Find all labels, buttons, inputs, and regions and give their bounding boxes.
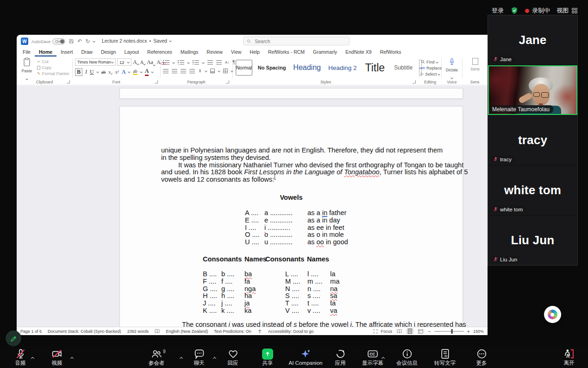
tab-endnote[interactable]: EndNote X9 [341, 49, 376, 57]
tab-grammarly[interactable]: Grammarly [309, 49, 341, 57]
select-button[interactable]: ▷ Select [421, 71, 442, 77]
style-no-spacing[interactable]: No Spacing [258, 65, 286, 70]
align-right-icon[interactable] [181, 69, 186, 73]
undo-icon[interactable]: ↶ [77, 38, 82, 44]
font-name-combo[interactable]: Times New Roman [75, 58, 116, 66]
view-button[interactable]: 视图 [557, 6, 578, 15]
tab-layout[interactable]: Layout [120, 49, 144, 57]
zoom-slider[interactable] [434, 331, 464, 332]
bullets-caret-icon[interactable] [172, 61, 175, 64]
paragraph-dialog-launcher[interactable] [226, 80, 229, 83]
underline-button[interactable]: U [90, 69, 94, 76]
word-count[interactable]: 2392 words [127, 329, 149, 334]
paste-button[interactable]: Paste [19, 57, 34, 82]
redo-icon[interactable]: ↻ [85, 38, 90, 44]
styles-dialog-launcher[interactable] [413, 80, 416, 83]
font-color-button[interactable]: A [145, 68, 149, 76]
proofing-icon[interactable] [155, 329, 160, 334]
autosave-toggle[interactable]: AutoSave On [31, 38, 65, 44]
zoom-slider-thumb[interactable] [451, 329, 453, 334]
zoom-in-button[interactable]: + [467, 329, 470, 334]
style-heading2[interactable]: Heading 2 [328, 64, 357, 71]
language-status[interactable]: English (New Zealand) [166, 329, 208, 334]
style-heading1[interactable]: Heading [293, 63, 321, 72]
superscript-button[interactable]: x² [115, 70, 119, 75]
clipboard-dialog-launcher[interactable] [67, 80, 70, 83]
copy-button[interactable]: Copy [37, 64, 69, 70]
search-input[interactable] [254, 38, 346, 44]
replace-button[interactable]: ab Replace [421, 65, 442, 71]
focus-button[interactable]: Focus [381, 329, 393, 334]
text-effects-button[interactable]: A [122, 69, 126, 76]
tab-home[interactable]: Home [35, 49, 56, 57]
find-button[interactable]: Find [421, 59, 442, 65]
participant-tile-tracy[interactable]: tracy tracy [488, 115, 577, 165]
more-button[interactable]: 更多 [454, 348, 509, 366]
line-spacing-icon[interactable]: ⇕ [198, 69, 202, 73]
tab-refworks-rcm[interactable]: RefWorks - RCM [264, 49, 309, 57]
tab-draw[interactable]: Draw [77, 49, 97, 57]
bullets-icon[interactable] [163, 60, 169, 64]
numbering-caret-icon[interactable] [187, 61, 190, 64]
leave-button[interactable]: 离开 [541, 348, 588, 366]
decrease-indent-icon[interactable] [207, 60, 213, 64]
participant-tile-white-tom[interactable]: white tom white tom [488, 165, 577, 215]
zoom-out-button[interactable]: − [428, 329, 431, 334]
strikethrough-button[interactable]: ab [101, 70, 106, 75]
web-layout-button[interactable] [417, 329, 425, 334]
justify-icon[interactable] [189, 69, 195, 73]
sensitivity-button[interactable]: Sens [463, 58, 488, 71]
font-color-caret-icon[interactable] [151, 70, 154, 73]
tab-file[interactable]: File [19, 49, 35, 57]
text-effects-caret-icon[interactable] [128, 70, 131, 73]
document-stack-status[interactable]: Document Stack: Cobalt (Sync-Backed) [48, 329, 121, 334]
dictate-button[interactable]: Dictate [442, 58, 462, 81]
style-title[interactable]: Title [365, 62, 385, 74]
video-button[interactable]: 视频 [29, 348, 85, 366]
read-mode-button[interactable] [395, 329, 403, 334]
style-subtitle[interactable]: Subtitle [394, 64, 413, 71]
line-spacing-caret-icon[interactable] [205, 70, 207, 72]
shading-icon[interactable] [210, 69, 215, 73]
shading-caret-icon[interactable] [218, 70, 220, 72]
underline-caret-icon[interactable] [96, 70, 99, 73]
style-normal[interactable]: Normal [236, 60, 252, 76]
cut-button[interactable]: ✂Cut [37, 58, 69, 64]
tab-references[interactable]: References [143, 49, 176, 57]
borders-icon[interactable] [223, 69, 228, 73]
italic-button[interactable]: I [85, 69, 87, 76]
numbering-icon[interactable] [178, 60, 184, 64]
tab-insert[interactable]: Insert [56, 49, 77, 57]
borders-caret-icon[interactable] [231, 70, 233, 72]
align-center-icon[interactable] [172, 69, 177, 73]
sort-icon[interactable]: A↓ [225, 60, 229, 64]
zoom-percentage[interactable]: 150% [473, 329, 484, 334]
tab-help[interactable]: Help [245, 49, 264, 57]
increase-indent-icon[interactable] [216, 60, 222, 64]
login-button[interactable]: 登录 [492, 6, 504, 15]
participant-tile-liu-jun[interactable]: Liu Jun Liu Jun [488, 216, 577, 265]
participant-tile-jane[interactable]: Jane Jane [488, 15, 577, 65]
search-box[interactable] [243, 37, 350, 45]
bold-button[interactable]: B [75, 68, 82, 76]
copilot-button[interactable] [544, 306, 561, 323]
save-icon[interactable] [69, 38, 74, 44]
multilevel-list-icon[interactable] [193, 60, 199, 64]
quick-access-caret-icon[interactable] [93, 40, 95, 43]
shrink-font-button[interactable]: A [140, 60, 145, 65]
page-indicator[interactable]: Page 1 of 6 [20, 329, 42, 334]
font-size-combo[interactable]: 12 [117, 58, 131, 66]
print-layout-button[interactable] [407, 328, 413, 334]
security-shield-icon[interactable] [510, 6, 519, 15]
highlight-caret-icon[interactable] [140, 70, 143, 73]
grow-font-button[interactable]: A [133, 59, 139, 66]
multilevel-caret-icon[interactable] [202, 61, 205, 64]
document-text-area[interactable]: unique in Polynesian languages and are n… [120, 107, 463, 327]
format-painter-button[interactable]: ✎Format Painter [37, 70, 69, 76]
align-left-icon[interactable] [163, 69, 169, 73]
annotate-button[interactable] [6, 330, 21, 346]
font-dialog-launcher[interactable] [155, 80, 158, 83]
text-predictions-status[interactable]: Text Predictions: On [214, 329, 251, 334]
tab-mailings[interactable]: Mailings [176, 49, 203, 57]
subscript-button[interactable]: x₂ [108, 70, 113, 75]
